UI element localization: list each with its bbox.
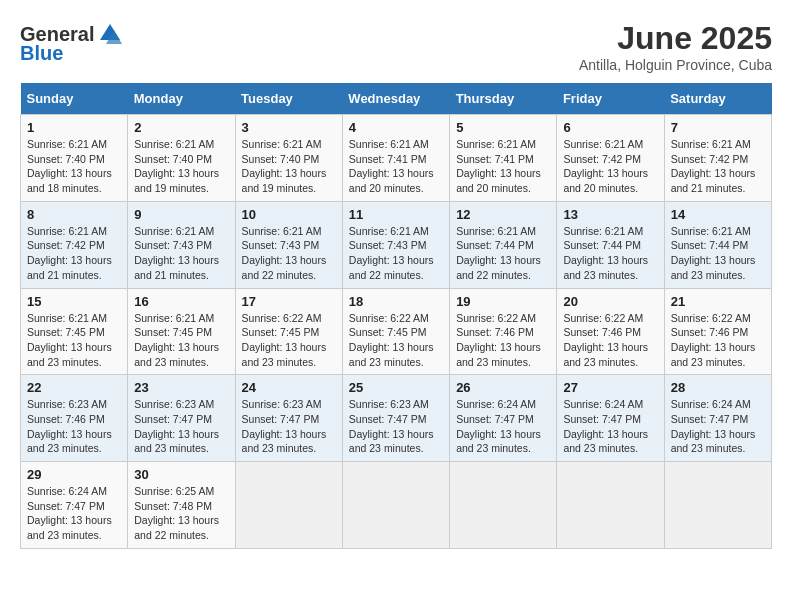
table-row: 17Sunrise: 6:22 AM Sunset: 7:45 PM Dayli… [235,288,342,375]
calendar-week-row: 15Sunrise: 6:21 AM Sunset: 7:45 PM Dayli… [21,288,772,375]
day-info: Sunrise: 6:23 AM Sunset: 7:47 PM Dayligh… [134,397,228,456]
calendar-week-row: 1Sunrise: 6:21 AM Sunset: 7:40 PM Daylig… [21,115,772,202]
day-number: 20 [563,294,657,309]
table-row: 27Sunrise: 6:24 AM Sunset: 7:47 PM Dayli… [557,375,664,462]
day-info: Sunrise: 6:23 AM Sunset: 7:47 PM Dayligh… [349,397,443,456]
header-tuesday: Tuesday [235,83,342,115]
day-number: 13 [563,207,657,222]
day-number: 25 [349,380,443,395]
day-info: Sunrise: 6:24 AM Sunset: 7:47 PM Dayligh… [27,484,121,543]
day-number: 9 [134,207,228,222]
table-row: 30Sunrise: 6:25 AM Sunset: 7:48 PM Dayli… [128,462,235,549]
table-row: 23Sunrise: 6:23 AM Sunset: 7:47 PM Dayli… [128,375,235,462]
day-info: Sunrise: 6:21 AM Sunset: 7:44 PM Dayligh… [563,224,657,283]
table-row: 1Sunrise: 6:21 AM Sunset: 7:40 PM Daylig… [21,115,128,202]
calendar-header-row: Sunday Monday Tuesday Wednesday Thursday… [21,83,772,115]
logo-icon [96,20,124,48]
day-info: Sunrise: 6:21 AM Sunset: 7:40 PM Dayligh… [134,137,228,196]
day-number: 14 [671,207,765,222]
table-row: 6Sunrise: 6:21 AM Sunset: 7:42 PM Daylig… [557,115,664,202]
table-row: 4Sunrise: 6:21 AM Sunset: 7:41 PM Daylig… [342,115,449,202]
table-row: 9Sunrise: 6:21 AM Sunset: 7:43 PM Daylig… [128,201,235,288]
day-info: Sunrise: 6:21 AM Sunset: 7:42 PM Dayligh… [27,224,121,283]
day-info: Sunrise: 6:21 AM Sunset: 7:41 PM Dayligh… [349,137,443,196]
day-info: Sunrise: 6:21 AM Sunset: 7:44 PM Dayligh… [456,224,550,283]
title-section: June 2025 Antilla, Holguin Province, Cub… [579,20,772,73]
table-row [342,462,449,549]
table-row [664,462,771,549]
table-row [235,462,342,549]
day-info: Sunrise: 6:21 AM Sunset: 7:40 PM Dayligh… [27,137,121,196]
table-row: 26Sunrise: 6:24 AM Sunset: 7:47 PM Dayli… [450,375,557,462]
day-info: Sunrise: 6:25 AM Sunset: 7:48 PM Dayligh… [134,484,228,543]
table-row: 8Sunrise: 6:21 AM Sunset: 7:42 PM Daylig… [21,201,128,288]
day-number: 15 [27,294,121,309]
header-wednesday: Wednesday [342,83,449,115]
table-row: 7Sunrise: 6:21 AM Sunset: 7:42 PM Daylig… [664,115,771,202]
day-number: 26 [456,380,550,395]
day-info: Sunrise: 6:24 AM Sunset: 7:47 PM Dayligh… [456,397,550,456]
day-info: Sunrise: 6:22 AM Sunset: 7:46 PM Dayligh… [456,311,550,370]
table-row: 25Sunrise: 6:23 AM Sunset: 7:47 PM Dayli… [342,375,449,462]
day-number: 21 [671,294,765,309]
table-row: 3Sunrise: 6:21 AM Sunset: 7:40 PM Daylig… [235,115,342,202]
day-number: 17 [242,294,336,309]
day-number: 24 [242,380,336,395]
calendar-week-row: 8Sunrise: 6:21 AM Sunset: 7:42 PM Daylig… [21,201,772,288]
day-number: 3 [242,120,336,135]
day-info: Sunrise: 6:24 AM Sunset: 7:47 PM Dayligh… [671,397,765,456]
day-info: Sunrise: 6:21 AM Sunset: 7:40 PM Dayligh… [242,137,336,196]
day-info: Sunrise: 6:22 AM Sunset: 7:45 PM Dayligh… [242,311,336,370]
header-sunday: Sunday [21,83,128,115]
calendar-week-row: 29Sunrise: 6:24 AM Sunset: 7:47 PM Dayli… [21,462,772,549]
table-row: 10Sunrise: 6:21 AM Sunset: 7:43 PM Dayli… [235,201,342,288]
table-row [557,462,664,549]
day-info: Sunrise: 6:21 AM Sunset: 7:45 PM Dayligh… [134,311,228,370]
header-friday: Friday [557,83,664,115]
table-row: 11Sunrise: 6:21 AM Sunset: 7:43 PM Dayli… [342,201,449,288]
table-row: 21Sunrise: 6:22 AM Sunset: 7:46 PM Dayli… [664,288,771,375]
table-row: 2Sunrise: 6:21 AM Sunset: 7:40 PM Daylig… [128,115,235,202]
day-number: 28 [671,380,765,395]
day-info: Sunrise: 6:21 AM Sunset: 7:43 PM Dayligh… [242,224,336,283]
table-row: 12Sunrise: 6:21 AM Sunset: 7:44 PM Dayli… [450,201,557,288]
day-number: 30 [134,467,228,482]
day-info: Sunrise: 6:21 AM Sunset: 7:41 PM Dayligh… [456,137,550,196]
table-row: 18Sunrise: 6:22 AM Sunset: 7:45 PM Dayli… [342,288,449,375]
day-number: 2 [134,120,228,135]
calendar-subtitle: Antilla, Holguin Province, Cuba [579,57,772,73]
day-number: 29 [27,467,121,482]
header-saturday: Saturday [664,83,771,115]
day-info: Sunrise: 6:23 AM Sunset: 7:46 PM Dayligh… [27,397,121,456]
day-number: 1 [27,120,121,135]
logo: General Blue [20,20,126,65]
day-info: Sunrise: 6:21 AM Sunset: 7:43 PM Dayligh… [349,224,443,283]
day-number: 16 [134,294,228,309]
calendar-table: Sunday Monday Tuesday Wednesday Thursday… [20,83,772,549]
day-info: Sunrise: 6:22 AM Sunset: 7:46 PM Dayligh… [671,311,765,370]
day-number: 22 [27,380,121,395]
table-row: 16Sunrise: 6:21 AM Sunset: 7:45 PM Dayli… [128,288,235,375]
day-number: 19 [456,294,550,309]
day-number: 7 [671,120,765,135]
day-info: Sunrise: 6:22 AM Sunset: 7:46 PM Dayligh… [563,311,657,370]
day-info: Sunrise: 6:21 AM Sunset: 7:43 PM Dayligh… [134,224,228,283]
day-number: 23 [134,380,228,395]
calendar-week-row: 22Sunrise: 6:23 AM Sunset: 7:46 PM Dayli… [21,375,772,462]
header: General Blue June 2025 Antilla, Holguin … [20,20,772,73]
day-info: Sunrise: 6:24 AM Sunset: 7:47 PM Dayligh… [563,397,657,456]
table-row: 15Sunrise: 6:21 AM Sunset: 7:45 PM Dayli… [21,288,128,375]
day-info: Sunrise: 6:23 AM Sunset: 7:47 PM Dayligh… [242,397,336,456]
day-number: 18 [349,294,443,309]
table-row: 13Sunrise: 6:21 AM Sunset: 7:44 PM Dayli… [557,201,664,288]
page-wrapper: General Blue June 2025 Antilla, Holguin … [20,20,772,549]
calendar-title: June 2025 [579,20,772,57]
logo-blue: Blue [20,42,63,65]
table-row: 22Sunrise: 6:23 AM Sunset: 7:46 PM Dayli… [21,375,128,462]
day-number: 6 [563,120,657,135]
day-info: Sunrise: 6:22 AM Sunset: 7:45 PM Dayligh… [349,311,443,370]
table-row [450,462,557,549]
day-number: 11 [349,207,443,222]
table-row: 20Sunrise: 6:22 AM Sunset: 7:46 PM Dayli… [557,288,664,375]
day-number: 10 [242,207,336,222]
